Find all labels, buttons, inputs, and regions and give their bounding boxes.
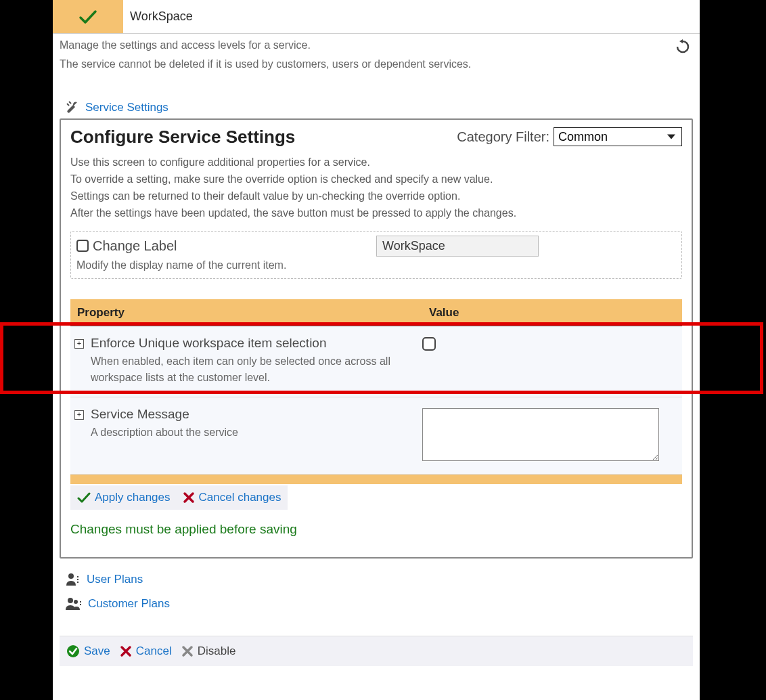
cancel-changes-button[interactable]: Cancel changes xyxy=(183,491,281,504)
group-icon xyxy=(65,596,83,611)
property-desc: When enabled, each item can only be sele… xyxy=(91,353,409,386)
category-filter-select[interactable]: Common xyxy=(554,127,682,146)
table-row: + Enforce Unique workspace item selectio… xyxy=(70,326,682,397)
save-button[interactable]: Save xyxy=(66,644,110,658)
check-icon xyxy=(77,491,91,504)
apply-cancel-bar: Apply changes Cancel changes xyxy=(70,485,288,510)
check-circle-icon xyxy=(66,644,80,658)
svg-rect-2 xyxy=(77,579,78,580)
cross-icon xyxy=(183,491,195,504)
cancel-button[interactable]: Cancel xyxy=(120,644,172,658)
svg-rect-6 xyxy=(80,601,81,603)
svg-point-4 xyxy=(68,598,73,603)
svg-rect-1 xyxy=(77,576,78,577)
svg-rect-3 xyxy=(77,582,78,583)
property-value-textarea[interactable] xyxy=(422,408,659,461)
property-table: Property Value + Enforce Unique workspac… xyxy=(70,299,682,484)
tab-title[interactable]: WorkSpace xyxy=(123,0,700,33)
panel-desc-2: To override a setting, make sure the ove… xyxy=(70,171,682,187)
service-settings-section: Service Settings xyxy=(65,100,693,116)
apply-changes-button[interactable]: Apply changes xyxy=(77,491,171,504)
change-label-input[interactable] xyxy=(376,236,539,257)
page-subtitle-2: The service cannot be deleted if it is u… xyxy=(60,57,693,72)
status-message: Changes must be applied before saving xyxy=(70,522,682,537)
svg-point-8 xyxy=(67,645,79,657)
panel-desc-4: After the settings have been updated, th… xyxy=(70,205,682,221)
expand-icon[interactable]: + xyxy=(74,410,84,420)
footer-action-bar: Save Cancel Disable xyxy=(60,636,693,666)
cross-icon xyxy=(120,645,132,657)
cross-grey-icon xyxy=(181,645,194,657)
settings-panel: Configure Service Settings Category Filt… xyxy=(60,118,693,559)
table-row: + Service Message A description about th… xyxy=(70,397,682,475)
svg-rect-7 xyxy=(80,604,81,605)
property-name: Service Message xyxy=(91,407,238,422)
panel-desc-3: Settings can be returned to their defaul… xyxy=(70,188,682,204)
col-value: Value xyxy=(429,306,675,320)
property-desc: A description about the service xyxy=(91,424,238,441)
customer-plans-row: Customer Plans xyxy=(65,596,693,611)
filter-label: Category Filter: xyxy=(457,129,549,145)
tab-active-indicator[interactable] xyxy=(53,0,123,33)
expand-icon[interactable]: + xyxy=(74,339,84,349)
col-property: Property xyxy=(77,306,429,320)
panel-title: Configure Service Settings xyxy=(70,127,295,148)
change-label-box: Change Label Modify the display name of … xyxy=(70,231,682,279)
panel-desc-1: Use this screen to configure additional … xyxy=(70,154,682,170)
table-footer-strip xyxy=(70,475,682,484)
svg-point-0 xyxy=(68,573,74,579)
check-icon xyxy=(78,9,98,25)
property-name: Enforce Unique workspace item selection xyxy=(91,336,409,351)
refresh-icon[interactable] xyxy=(675,39,690,54)
user-plans-row: User Plans xyxy=(65,572,693,587)
svg-point-5 xyxy=(74,600,78,604)
user-plans-link[interactable]: User Plans xyxy=(87,573,143,586)
user-icon xyxy=(65,572,81,587)
page-subtitle-1: Manage the settings and access levels fo… xyxy=(60,38,693,53)
change-label-checkbox[interactable] xyxy=(76,240,89,252)
tab-bar: WorkSpace xyxy=(53,0,700,34)
property-value-checkbox[interactable] xyxy=(422,337,436,351)
change-label-title: Change Label xyxy=(93,238,177,254)
disable-button[interactable]: Disable xyxy=(181,644,236,658)
change-label-desc: Modify the display name of the current i… xyxy=(76,259,676,271)
service-settings-link[interactable]: Service Settings xyxy=(85,101,168,114)
customer-plans-link[interactable]: Customer Plans xyxy=(88,597,170,611)
wrench-icon xyxy=(65,100,81,116)
